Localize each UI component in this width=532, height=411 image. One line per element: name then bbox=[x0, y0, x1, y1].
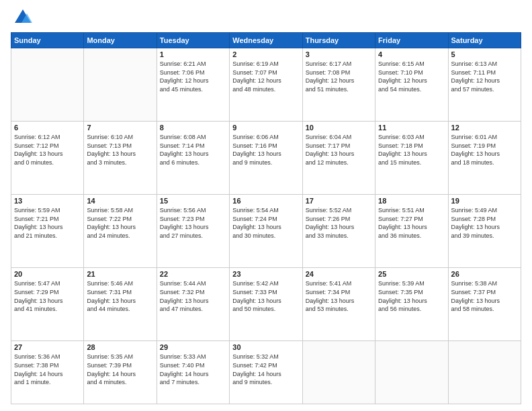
calendar-cell: 28Sunrise: 5:35 AM Sunset: 7:39 PM Dayli… bbox=[84, 341, 157, 404]
calendar-cell: 24Sunrise: 5:41 AM Sunset: 7:34 PM Dayli… bbox=[302, 268, 375, 341]
calendar-cell: 18Sunrise: 5:51 AM Sunset: 7:27 PM Dayli… bbox=[375, 195, 448, 268]
cell-content: Sunrise: 5:44 AM Sunset: 7:32 PM Dayligh… bbox=[160, 279, 226, 313]
logo-icon bbox=[13, 8, 32, 27]
day-number: 8 bbox=[160, 124, 226, 132]
day-of-week-header: Sunday bbox=[11, 33, 84, 48]
calendar-week-row: 20Sunrise: 5:47 AM Sunset: 7:29 PM Dayli… bbox=[11, 268, 521, 341]
day-number: 28 bbox=[87, 343, 153, 351]
cell-content: Sunrise: 5:38 AM Sunset: 7:37 PM Dayligh… bbox=[451, 279, 518, 313]
cell-content: Sunrise: 5:49 AM Sunset: 7:28 PM Dayligh… bbox=[451, 206, 518, 240]
calendar-cell: 13Sunrise: 5:59 AM Sunset: 7:21 PM Dayli… bbox=[11, 195, 84, 268]
cell-content: Sunrise: 6:01 AM Sunset: 7:19 PM Dayligh… bbox=[451, 133, 518, 167]
calendar-cell: 11Sunrise: 6:03 AM Sunset: 7:18 PM Dayli… bbox=[375, 122, 448, 195]
calendar-cell: 21Sunrise: 5:46 AM Sunset: 7:31 PM Dayli… bbox=[84, 268, 157, 341]
day-number: 14 bbox=[87, 197, 153, 205]
calendar-cell: 12Sunrise: 6:01 AM Sunset: 7:19 PM Dayli… bbox=[448, 122, 521, 195]
logo bbox=[11, 8, 32, 27]
cell-content: Sunrise: 6:21 AM Sunset: 7:06 PM Dayligh… bbox=[160, 60, 226, 93]
calendar-cell bbox=[448, 341, 521, 404]
day-number: 23 bbox=[232, 270, 299, 278]
day-number: 19 bbox=[451, 197, 518, 205]
calendar-cell: 26Sunrise: 5:38 AM Sunset: 7:37 PM Dayli… bbox=[448, 268, 521, 341]
cell-content: Sunrise: 6:12 AM Sunset: 7:12 PM Dayligh… bbox=[14, 133, 81, 167]
cell-content: Sunrise: 6:10 AM Sunset: 7:13 PM Dayligh… bbox=[87, 133, 153, 167]
cell-content: Sunrise: 6:04 AM Sunset: 7:17 PM Dayligh… bbox=[306, 133, 372, 167]
cell-content: Sunrise: 5:54 AM Sunset: 7:24 PM Dayligh… bbox=[232, 206, 299, 240]
cell-content: Sunrise: 5:59 AM Sunset: 7:21 PM Dayligh… bbox=[14, 206, 81, 240]
calendar-cell: 15Sunrise: 5:56 AM Sunset: 7:23 PM Dayli… bbox=[157, 195, 229, 268]
calendar-cell bbox=[375, 341, 448, 404]
cell-content: Sunrise: 6:13 AM Sunset: 7:11 PM Dayligh… bbox=[451, 60, 518, 93]
day-number: 16 bbox=[232, 197, 299, 205]
day-number: 18 bbox=[378, 197, 445, 205]
calendar-cell: 6Sunrise: 6:12 AM Sunset: 7:12 PM Daylig… bbox=[11, 122, 84, 195]
day-number: 2 bbox=[232, 50, 299, 58]
day-number: 29 bbox=[160, 343, 226, 351]
calendar-cell: 22Sunrise: 5:44 AM Sunset: 7:32 PM Dayli… bbox=[157, 268, 229, 341]
calendar-week-row: 1Sunrise: 6:21 AM Sunset: 7:06 PM Daylig… bbox=[11, 48, 521, 122]
cell-content: Sunrise: 6:17 AM Sunset: 7:08 PM Dayligh… bbox=[306, 60, 372, 93]
calendar-cell bbox=[11, 48, 84, 122]
calendar-cell: 7Sunrise: 6:10 AM Sunset: 7:13 PM Daylig… bbox=[84, 122, 157, 195]
cell-content: Sunrise: 5:42 AM Sunset: 7:33 PM Dayligh… bbox=[232, 279, 299, 313]
day-number: 10 bbox=[306, 124, 372, 132]
cell-content: Sunrise: 5:36 AM Sunset: 7:38 PM Dayligh… bbox=[14, 353, 81, 386]
calendar-cell: 8Sunrise: 6:08 AM Sunset: 7:14 PM Daylig… bbox=[157, 122, 229, 195]
cell-content: Sunrise: 6:06 AM Sunset: 7:16 PM Dayligh… bbox=[232, 133, 299, 167]
day-number: 26 bbox=[451, 270, 518, 278]
day-of-week-header: Tuesday bbox=[157, 33, 229, 48]
calendar-cell: 1Sunrise: 6:21 AM Sunset: 7:06 PM Daylig… bbox=[157, 48, 229, 122]
day-number: 15 bbox=[160, 197, 226, 205]
day-number: 9 bbox=[232, 124, 299, 132]
day-number: 12 bbox=[451, 124, 518, 132]
day-number: 13 bbox=[14, 197, 81, 205]
calendar-cell: 2Sunrise: 6:19 AM Sunset: 7:07 PM Daylig… bbox=[230, 48, 302, 122]
header-row: SundayMondayTuesdayWednesdayThursdayFrid… bbox=[11, 33, 521, 48]
calendar-table: SundayMondayTuesdayWednesdayThursdayFrid… bbox=[11, 32, 521, 404]
day-number: 17 bbox=[306, 197, 372, 205]
calendar-week-row: 13Sunrise: 5:59 AM Sunset: 7:21 PM Dayli… bbox=[11, 195, 521, 268]
day-number: 30 bbox=[232, 343, 299, 351]
page: SundayMondayTuesdayWednesdayThursdayFrid… bbox=[0, 0, 532, 411]
calendar-cell: 29Sunrise: 5:33 AM Sunset: 7:40 PM Dayli… bbox=[157, 341, 229, 404]
calendar-cell: 20Sunrise: 5:47 AM Sunset: 7:29 PM Dayli… bbox=[11, 268, 84, 341]
day-of-week-header: Thursday bbox=[302, 33, 375, 48]
day-number: 7 bbox=[87, 124, 153, 132]
day-number: 27 bbox=[14, 343, 81, 351]
day-number: 20 bbox=[14, 270, 81, 278]
cell-content: Sunrise: 5:58 AM Sunset: 7:22 PM Dayligh… bbox=[87, 206, 153, 240]
cell-content: Sunrise: 6:19 AM Sunset: 7:07 PM Dayligh… bbox=[232, 60, 299, 93]
day-number: 24 bbox=[306, 270, 372, 278]
calendar-body: 1Sunrise: 6:21 AM Sunset: 7:06 PM Daylig… bbox=[11, 48, 521, 404]
day-of-week-header: Saturday bbox=[448, 33, 521, 48]
day-number: 22 bbox=[160, 270, 226, 278]
day-number: 5 bbox=[451, 50, 518, 58]
cell-content: Sunrise: 5:33 AM Sunset: 7:40 PM Dayligh… bbox=[160, 353, 226, 386]
calendar-cell: 16Sunrise: 5:54 AM Sunset: 7:24 PM Dayli… bbox=[230, 195, 302, 268]
day-number: 4 bbox=[378, 50, 445, 58]
header bbox=[11, 8, 521, 27]
day-number: 11 bbox=[378, 124, 445, 132]
day-number: 3 bbox=[306, 50, 372, 58]
calendar-cell: 5Sunrise: 6:13 AM Sunset: 7:11 PM Daylig… bbox=[448, 48, 521, 122]
cell-content: Sunrise: 6:03 AM Sunset: 7:18 PM Dayligh… bbox=[378, 133, 445, 167]
day-number: 1 bbox=[160, 50, 226, 58]
calendar-header: SundayMondayTuesdayWednesdayThursdayFrid… bbox=[11, 33, 521, 48]
calendar-cell: 10Sunrise: 6:04 AM Sunset: 7:17 PM Dayli… bbox=[302, 122, 375, 195]
calendar-cell: 17Sunrise: 5:52 AM Sunset: 7:26 PM Dayli… bbox=[302, 195, 375, 268]
calendar-cell bbox=[302, 341, 375, 404]
cell-content: Sunrise: 6:15 AM Sunset: 7:10 PM Dayligh… bbox=[378, 60, 445, 93]
cell-content: Sunrise: 5:41 AM Sunset: 7:34 PM Dayligh… bbox=[306, 279, 372, 313]
day-of-week-header: Friday bbox=[375, 33, 448, 48]
calendar-cell: 4Sunrise: 6:15 AM Sunset: 7:10 PM Daylig… bbox=[375, 48, 448, 122]
cell-content: Sunrise: 5:35 AM Sunset: 7:39 PM Dayligh… bbox=[87, 353, 153, 386]
calendar-cell: 23Sunrise: 5:42 AM Sunset: 7:33 PM Dayli… bbox=[230, 268, 302, 341]
calendar-cell: 14Sunrise: 5:58 AM Sunset: 7:22 PM Dayli… bbox=[84, 195, 157, 268]
cell-content: Sunrise: 5:39 AM Sunset: 7:35 PM Dayligh… bbox=[378, 279, 445, 313]
calendar-cell bbox=[84, 48, 157, 122]
cell-content: Sunrise: 5:32 AM Sunset: 7:42 PM Dayligh… bbox=[232, 353, 299, 386]
day-of-week-header: Monday bbox=[84, 33, 157, 48]
calendar-cell: 3Sunrise: 6:17 AM Sunset: 7:08 PM Daylig… bbox=[302, 48, 375, 122]
cell-content: Sunrise: 5:56 AM Sunset: 7:23 PM Dayligh… bbox=[160, 206, 226, 240]
day-number: 25 bbox=[378, 270, 445, 278]
